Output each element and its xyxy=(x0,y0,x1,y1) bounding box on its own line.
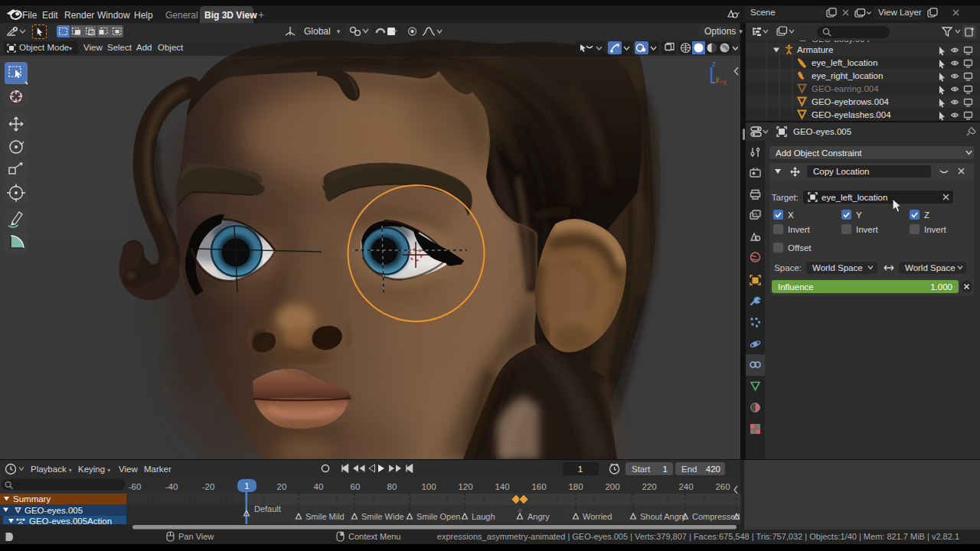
svg-text:y: y xyxy=(716,75,720,83)
svg-text:420: 420 xyxy=(706,465,720,474)
svg-text:-40: -40 xyxy=(165,482,178,491)
svg-text:Copy Location: Copy Location xyxy=(813,167,870,176)
svg-text:Invert: Invert xyxy=(788,225,811,234)
svg-text:Marker: Marker xyxy=(144,465,172,474)
svg-text:Armature: Armature xyxy=(797,45,833,54)
svg-text:x: x xyxy=(723,78,727,86)
svg-text:Add Object Constraint: Add Object Constraint xyxy=(776,148,862,158)
svg-text:Default: Default xyxy=(254,504,281,514)
svg-text:Smile Mild: Smile Mild xyxy=(305,512,345,521)
svg-text:Playback ▾: Playback ▾ xyxy=(31,465,72,474)
svg-text:GEO-earring.004: GEO-earring.004 xyxy=(812,84,879,93)
svg-text:Pan View: Pan View xyxy=(178,532,214,541)
svg-text:260: 260 xyxy=(715,482,730,491)
svg-text:1: 1 xyxy=(663,465,668,474)
svg-text:120: 120 xyxy=(458,482,472,491)
svg-text:GEO-eyelashes.004: GEO-eyelashes.004 xyxy=(812,110,891,119)
svg-text:X: X xyxy=(788,210,794,220)
svg-text:Influence: Influence xyxy=(778,282,814,292)
svg-text:Smile Open: Smile Open xyxy=(416,512,460,521)
svg-text:View: View xyxy=(119,465,138,474)
svg-text:1: 1 xyxy=(244,481,249,491)
svg-text:140: 140 xyxy=(495,482,509,491)
svg-text:Y: Y xyxy=(856,210,862,220)
svg-text:eye_left_location: eye_left_location xyxy=(822,193,887,202)
svg-text:eye_left_location: eye_left_location xyxy=(812,58,877,67)
svg-text:GEO-eyes.005: GEO-eyes.005 xyxy=(793,127,851,136)
svg-text:220: 220 xyxy=(642,482,656,491)
svg-text:GEO-body.004: GEO-body.004 xyxy=(812,41,870,44)
svg-text:-20: -20 xyxy=(202,482,215,491)
svg-text:Angry: Angry xyxy=(528,512,550,521)
svg-text:Shout Angry: Shout Angry xyxy=(640,512,686,521)
svg-text:Context Menu: Context Menu xyxy=(348,532,400,541)
svg-text:80: 80 xyxy=(387,482,397,491)
svg-text:60: 60 xyxy=(351,482,361,491)
svg-text:GEO-eyebrows.004: GEO-eyebrows.004 xyxy=(812,97,890,106)
svg-text:Start: Start xyxy=(632,465,651,474)
svg-text:Smile Wide: Smile Wide xyxy=(361,512,404,521)
svg-text:Invert: Invert xyxy=(856,225,879,234)
svg-text:180: 180 xyxy=(568,482,583,491)
svg-text:Worried: Worried xyxy=(583,512,612,521)
svg-text:expressions_asymmetry-animated: expressions_asymmetry-animated | GEO-eye… xyxy=(437,532,959,541)
svg-text:200: 200 xyxy=(605,482,619,491)
svg-text:GEO-eyes.005: GEO-eyes.005 xyxy=(24,506,83,515)
svg-text:20: 20 xyxy=(277,482,287,491)
svg-text:Keying ▾: Keying ▾ xyxy=(78,465,110,474)
svg-text:Invert: Invert xyxy=(924,225,947,234)
svg-text:World Space: World Space xyxy=(812,263,863,272)
svg-text:End: End xyxy=(681,465,697,474)
svg-text:Summary: Summary xyxy=(13,494,51,504)
svg-text:Compressed: Compressed xyxy=(692,512,740,521)
svg-text:1: 1 xyxy=(578,465,583,474)
svg-text:Offset: Offset xyxy=(788,243,812,253)
svg-text:1.000: 1.000 xyxy=(930,282,952,292)
svg-text:Z: Z xyxy=(924,210,929,220)
svg-text:240: 240 xyxy=(678,482,693,491)
svg-text:Target:: Target: xyxy=(772,193,799,202)
svg-text:Space:: Space: xyxy=(774,263,802,272)
svg-text:40: 40 xyxy=(314,482,324,491)
svg-text:World Space: World Space xyxy=(905,263,956,272)
svg-text:160: 160 xyxy=(531,482,546,491)
svg-text:z: z xyxy=(712,60,716,68)
svg-text:-60: -60 xyxy=(129,482,142,491)
svg-text:eye_right_location: eye_right_location xyxy=(812,71,883,80)
svg-text:Laugh: Laugh xyxy=(472,512,495,521)
svg-text:100: 100 xyxy=(421,482,436,491)
